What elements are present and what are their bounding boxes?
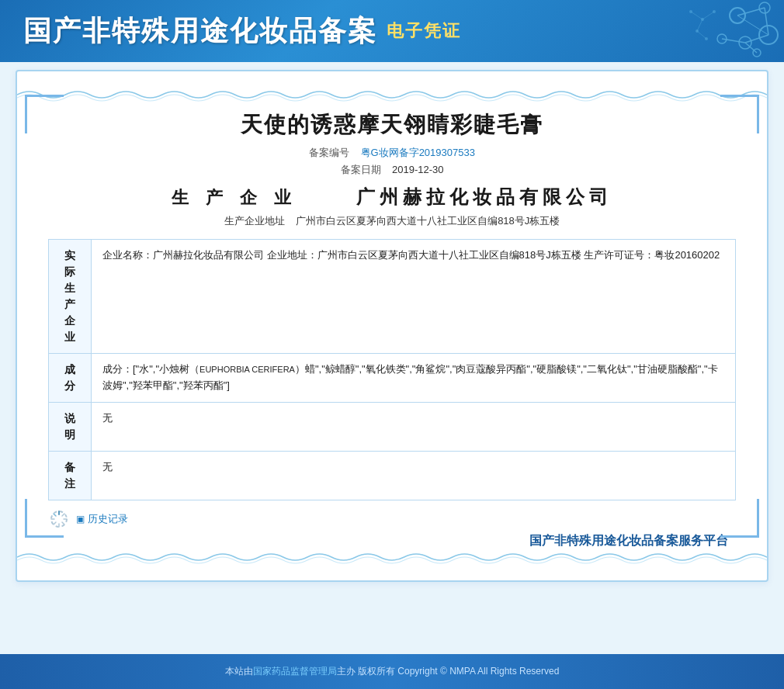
label-manufacturer: 实际生产企业	[49, 240, 92, 354]
company-address: 生产企业地址 广州市白云区夏茅向西大道十八社工业区自编818号J栋五楼	[48, 214, 736, 228]
info-table: 实际生产企业 企业名称：广州赫拉化妆品有限公司 企业地址：广州市白云区夏茅向西大…	[48, 239, 736, 500]
table-row-ingredients: 成分 成分：["水","小烛树（EUPHORBIA CERIFERA）蜡","鲸…	[49, 354, 736, 403]
certificate-card: 天使的诱惑摩天翎睛彩睫毛膏 备案编号 粤G妆网备字2019307533 备案日期…	[16, 70, 768, 582]
table-row-remark: 备注 无	[49, 452, 736, 500]
footer-link[interactable]: 国家药品监督管理局	[253, 666, 337, 677]
wavy-border-top	[17, 87, 767, 102]
address-value: 广州市白云区夏茅向西大道十八社工业区自编818号J栋五楼	[296, 215, 560, 227]
svg-line-20	[697, 31, 706, 39]
main-container: 天使的诱惑摩天翎睛彩睫毛膏 备案编号 粤G妆网备字2019307533 备案日期…	[0, 62, 784, 654]
company-label-part: 生 产 企 业	[172, 188, 297, 207]
label-note: 说明	[49, 403, 92, 452]
content-remark: 无	[92, 452, 736, 500]
label-ingredients: 成分	[49, 354, 92, 403]
record-number-label: 备案编号	[309, 147, 349, 158]
header: 国产非特殊用途化妆品备案 电子凭证	[0, 0, 784, 62]
footer: 本站由国家药品监督管理局主办 版权所有 Copyright © NMPA All…	[0, 654, 784, 689]
footer-before-link: 本站由	[225, 666, 253, 677]
history-link-text: 历史记录	[88, 512, 128, 526]
svg-line-18	[702, 12, 714, 19]
table-row-manufacturer: 实际生产企业 企业名称：广州赫拉化妆品有限公司 企业地址：广州市白云区夏茅向西大…	[49, 240, 736, 354]
product-title: 天使的诱惑摩天翎睛彩睫毛膏	[48, 110, 736, 140]
content-manufacturer: 企业名称：广州赫拉化妆品有限公司 企业地址：广州市白云区夏茅向西大道十八社工业区…	[92, 240, 736, 354]
record-number-value: 粤G妆网备字2019307533	[361, 147, 475, 158]
svg-line-17	[691, 12, 702, 19]
content-note: 无	[92, 403, 736, 452]
record-date-value: 2019-12-30	[392, 164, 444, 175]
record-date: 备案日期 2019-12-30	[48, 163, 736, 177]
company-name: 广州赫拉化妆品有限公司	[356, 186, 612, 207]
label-remark: 备注	[49, 452, 92, 500]
record-number: 备案编号 粤G妆网备字2019307533	[48, 146, 736, 160]
svg-line-11	[737, 16, 768, 35]
history-link[interactable]: ▣ 历史记录	[76, 512, 128, 526]
platform-label: 国产非特殊用途化妆品备案服务平台	[48, 533, 736, 549]
header-title-sub: 电子凭证	[387, 19, 461, 43]
svg-line-8	[745, 35, 768, 43]
address-label: 生产企业地址	[224, 215, 285, 227]
footer-text: 本站由国家药品监督管理局主办 版权所有 Copyright © NMPA All…	[225, 665, 560, 678]
footer-after-link: 主办 版权所有 Copyright © NMPA All Rights Rese…	[337, 666, 560, 677]
wavy-border-bottom	[17, 549, 767, 565]
record-date-label: 备案日期	[341, 164, 381, 175]
corner-decoration-tl	[25, 95, 64, 133]
history-icon: ▣	[76, 514, 85, 525]
company-display: 生 产 企 业 广州赫拉化妆品有限公司	[48, 185, 736, 209]
svg-line-19	[697, 19, 702, 31]
history-section: ▣ 历史记录	[48, 508, 736, 530]
corner-decoration-bl	[25, 499, 64, 538]
molecule-decoration	[613, 0, 784, 62]
corner-decoration-br	[720, 499, 759, 538]
header-title-main: 国产非特殊用途化妆品备案	[23, 12, 377, 50]
table-row-note: 说明 无	[49, 403, 736, 452]
content-ingredients: 成分：["水","小烛树（EUPHORBIA CERIFERA）蜡","鲸蜡醇"…	[92, 354, 736, 403]
corner-decoration-tr	[720, 95, 759, 133]
